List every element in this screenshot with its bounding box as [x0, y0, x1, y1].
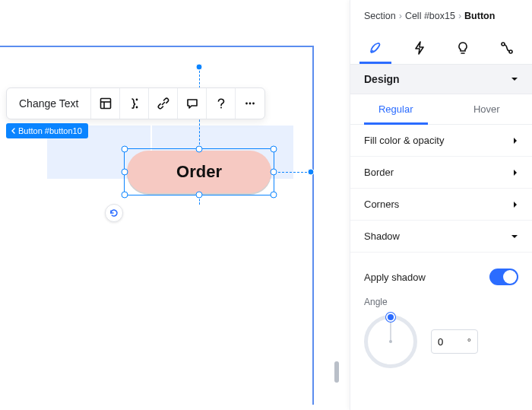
breadcrumb-current: Button [464, 11, 495, 21]
caret-down-icon [511, 75, 518, 83]
caret-down-icon [511, 233, 518, 240]
tab-regular[interactable]: Regular [350, 94, 442, 124]
chevron-left-icon [11, 128, 17, 134]
row-apply-shadow: Apply shadow [350, 253, 532, 292]
inspector-panel: Section › Cell #box15 › Button Design Re… [350, 0, 532, 410]
undo-button[interactable] [105, 204, 123, 222]
row-label: Border [364, 167, 394, 178]
section-design[interactable]: Design [350, 64, 532, 94]
resize-handle[interactable] [196, 146, 203, 153]
row-corners[interactable]: Corners [350, 189, 532, 221]
breadcrumb-item[interactable]: Cell #box15 [405, 11, 455, 21]
svg-rect-0 [100, 99, 110, 109]
element-toolbar: Change Text [6, 87, 265, 119]
alignment-guide [274, 172, 311, 173]
resize-handle[interactable] [271, 192, 277, 199]
row-label: Apply shadow [364, 272, 426, 283]
dial-center [389, 340, 392, 343]
toggle-knob [503, 270, 517, 284]
change-text-button[interactable]: Change Text [7, 88, 91, 119]
svg-point-8 [252, 103, 255, 105]
help-icon[interactable] [207, 88, 236, 119]
svg-point-11 [509, 50, 512, 53]
dial-needle [390, 320, 391, 342]
apply-shadow-toggle[interactable] [489, 269, 518, 285]
link-icon[interactable] [149, 88, 178, 119]
resize-handle[interactable] [122, 192, 128, 199]
section-title: Design [364, 73, 400, 85]
dial-knob[interactable] [386, 313, 395, 322]
angle-dial[interactable] [364, 315, 417, 368]
breadcrumb-item[interactable]: Section [364, 11, 396, 21]
svg-point-5 [220, 107, 222, 109]
chevron-right-icon [512, 169, 518, 176]
svg-point-10 [502, 43, 505, 46]
tab-connections[interactable] [485, 35, 529, 64]
panel-tabs [350, 29, 532, 64]
guide-anchor [308, 169, 315, 176]
angle-input[interactable]: ° [431, 329, 478, 354]
tab-lightbulb[interactable] [442, 35, 486, 64]
angle-value-field[interactable] [438, 336, 458, 348]
tab-actions[interactable] [397, 35, 442, 64]
resize-handle[interactable] [271, 146, 277, 153]
selection-box[interactable] [124, 148, 274, 195]
row-label: Fill color & opacity [364, 135, 444, 146]
breadcrumb: Section › Cell #box15 › Button [350, 0, 532, 29]
chevron-right-icon: › [458, 11, 461, 21]
svg-point-3 [135, 99, 138, 101]
svg-point-6 [245, 103, 248, 105]
scrollbar-thumb[interactable] [334, 361, 339, 383]
state-tabs: Regular Hover [350, 94, 532, 125]
row-label: Corners [364, 199, 399, 210]
resize-handle[interactable] [122, 169, 128, 176]
layout-icon[interactable] [91, 88, 120, 119]
row-fill-color[interactable]: Fill color & opacity [350, 125, 532, 157]
chevron-right-icon [512, 201, 518, 208]
animation-icon[interactable] [120, 88, 149, 119]
row-label: Shadow [364, 230, 400, 242]
resize-handle[interactable] [196, 192, 203, 199]
resize-handle[interactable] [271, 169, 277, 176]
tab-hover[interactable]: Hover [442, 94, 533, 124]
comment-icon[interactable] [178, 88, 207, 119]
svg-point-4 [135, 106, 138, 109]
canvas-area: Order Change Text [0, 0, 350, 410]
tab-design[interactable] [353, 35, 397, 64]
row-shadow[interactable]: Shadow [350, 221, 532, 253]
resize-handle[interactable] [122, 146, 128, 153]
angle-label: Angle [364, 297, 518, 307]
element-tag[interactable]: Button #button10 [6, 123, 88, 138]
svg-point-7 [249, 103, 252, 105]
chevron-right-icon: › [399, 11, 402, 21]
guide-anchor [196, 64, 203, 71]
element-tag-label: Button #button10 [18, 126, 82, 135]
more-icon[interactable] [236, 88, 264, 119]
row-border[interactable]: Border [350, 157, 532, 189]
angle-unit: ° [467, 336, 471, 348]
angle-control: Angle ° [350, 292, 532, 368]
chevron-right-icon [512, 137, 518, 145]
